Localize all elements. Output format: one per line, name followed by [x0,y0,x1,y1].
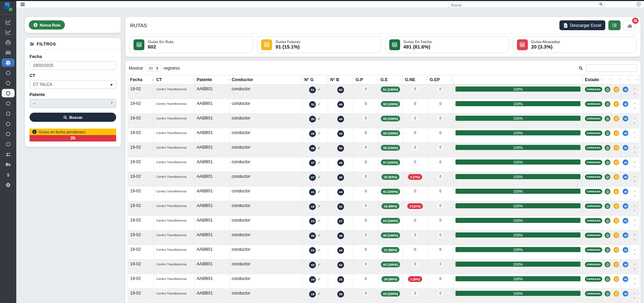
column-header-extra-12[interactable]: ↑↓ [603,75,611,84]
print-button[interactable] [605,218,610,224]
sidebar-item-item-3[interactable] [2,89,15,97]
view-button[interactable] [623,87,628,92]
sync-button[interactable] [613,189,619,194]
list-view-button[interactable] [608,20,621,30]
column-header-g-ne[interactable]: G.NE↑↓ [403,75,428,84]
column-header-g-p[interactable]: G.P↑↓ [354,75,378,84]
sidebar-item-warehouse[interactable] [2,48,15,57]
global-search-input[interactable] [448,2,605,8]
file-download-icon [564,23,568,28]
user-avatar[interactable] [636,2,641,7]
sidebar-item-item-5[interactable] [2,109,15,118]
column-header-fecha[interactable]: Fecha↑↓ [128,75,154,84]
view-button[interactable] [623,101,628,107]
view-button[interactable] [623,203,628,209]
sidebar-item-reports[interactable] [2,28,15,36]
view-button[interactable] [623,159,628,165]
view-button[interactable] [623,145,628,151]
sync-button[interactable] [613,159,619,165]
cell-ct: Centro Transferencia [154,172,195,187]
column-header-g-e[interactable]: G.E↑↓ [378,75,403,84]
column-header-ct[interactable]: CT↑↓ [154,75,195,84]
column-header-n-b[interactable]: N° B↑↓ [328,75,354,84]
print-button[interactable] [605,291,610,297]
view-button[interactable] [623,291,628,297]
fecha-label: Fecha [30,54,116,59]
sidebar-item-item-6[interactable] [2,119,15,128]
print-button[interactable] [605,145,610,151]
descargar-excel-button[interactable]: Descargar Excel [559,20,605,30]
patente-select[interactable]: -- [30,99,116,108]
sidebar-item-item-8[interactable] [2,140,15,148]
print-button[interactable] [605,101,610,107]
print-button[interactable] [605,130,610,136]
view-button[interactable] [623,218,628,224]
sync-button[interactable] [613,232,619,238]
column-header-extra-13[interactable]: ↑↓ [611,75,621,84]
sidebar-item-item-2[interactable] [2,79,15,87]
sync-button[interactable] [613,145,619,151]
column-header-extra-10[interactable]: ↑↓ [453,75,583,84]
page-title: RUTAS [130,22,147,28]
print-button[interactable] [605,159,610,165]
print-button[interactable] [605,116,610,121]
sync-button[interactable] [613,276,619,282]
view-button[interactable] [623,247,628,253]
sync-button[interactable] [613,101,619,107]
print-button[interactable] [605,174,610,180]
column-header-extra-15[interactable]: ↑↓↑↓ [630,75,640,84]
print-button[interactable] [605,203,610,209]
sync-button[interactable] [613,130,619,136]
fecha-input[interactable] [30,61,116,70]
view-button[interactable] [623,262,628,267]
sidebar-item-trucks[interactable] [2,160,15,169]
sidebar-item-dashboard[interactable] [2,18,15,26]
sidebar-item-item-1[interactable] [2,69,15,77]
view-button[interactable] [623,174,628,180]
zero-badge: 0 [437,87,444,92]
sidebar-item-toolbox[interactable] [2,38,15,46]
sidebar-item-routes[interactable] [2,58,15,67]
sync-button[interactable] [613,87,619,92]
print-button[interactable] [605,232,610,238]
sync-button[interactable] [613,203,619,209]
sync-button[interactable] [613,116,619,121]
sync-button[interactable] [613,291,619,297]
column-header-conductor[interactable]: Conductor↑↓ [230,75,302,84]
print-button[interactable] [605,276,610,282]
progress-bar: 100% [455,174,580,179]
cell-action [621,84,630,99]
ct-select[interactable]: CT TALCA [30,80,116,89]
hamburger-menu-icon[interactable] [20,3,25,6]
print-button[interactable] [605,247,610,253]
page-size-select[interactable]: 20 [145,64,161,72]
view-button[interactable] [623,232,628,238]
print-button[interactable] [605,262,610,267]
buscar-button[interactable]: Buscar [30,113,116,122]
sidebar-item-settings[interactable] [2,181,15,189]
view-button[interactable] [623,130,628,136]
sync-button[interactable] [613,247,619,253]
sidebar-item-finance[interactable]: $ [2,170,15,179]
sync-button[interactable] [613,262,619,267]
column-header-extra-14[interactable]: ↑↓ [621,75,630,84]
sidebar-item-users[interactable] [2,150,15,158]
view-button[interactable] [623,276,628,282]
sync-button[interactable] [613,174,619,180]
sidebar-item-item-7[interactable] [2,130,15,138]
cell-g-e: 38 (100%) [378,143,403,157]
column-header-estado[interactable]: Estado↑↓ [583,75,603,84]
sync-button[interactable] [613,218,619,224]
app-logo-icon[interactable] [4,2,13,12]
column-header-patente[interactable]: Patente↑↓ [195,75,230,84]
nueva-ruta-button[interactable]: Nueva Ruta [29,20,65,30]
table-search-input[interactable] [586,64,637,72]
view-button[interactable] [623,116,628,121]
sidebar-item-item-4[interactable] [2,99,15,108]
column-header-g-ep[interactable]: G.EP↑↓ [428,75,453,84]
chart-view-button[interactable]: 35 [624,20,636,30]
view-button[interactable] [623,189,628,194]
print-button[interactable] [605,87,610,92]
print-button[interactable] [605,189,610,194]
column-header-n-g[interactable]: N° G↑↓ [302,75,328,84]
